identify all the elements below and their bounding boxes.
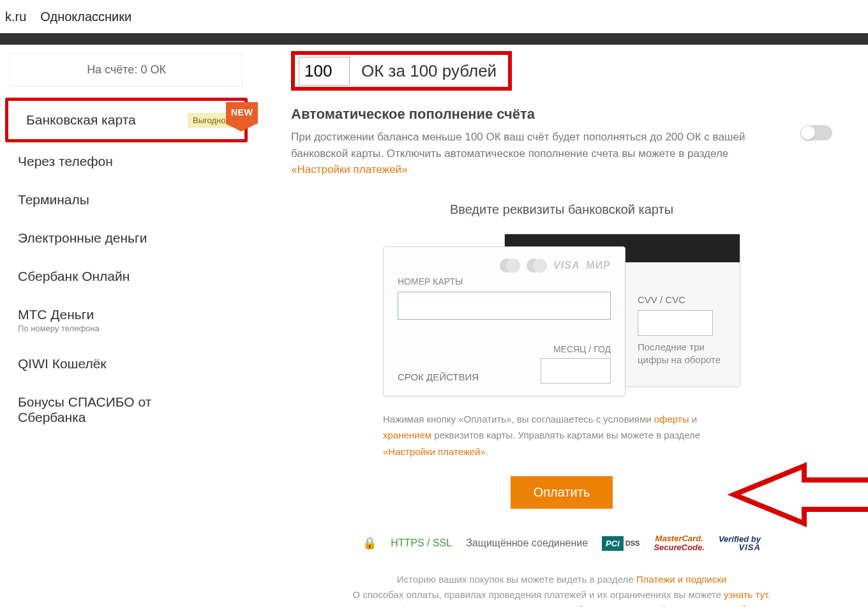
sidebar-item-label: Банковская карта (26, 112, 136, 128)
new-ribbon: NEW (226, 102, 258, 131)
sidebar-item-label: МТС Деньги (18, 307, 94, 322)
agree-t2: и (689, 414, 697, 424)
sidebar-item-bank-card[interactable]: Банковская карта Выгодно! (5, 98, 248, 142)
cards-wrap: CVV / CVC Последние три цифры на обороте (383, 234, 740, 400)
link-payments-subs[interactable]: Платежи и подписки (636, 574, 726, 585)
link-support[interactable]: службу поддержки (719, 604, 801, 607)
pci-text: PCi (602, 536, 624, 551)
expiry-label: СРОК ДЕЙСТВИЯ (398, 370, 479, 384)
https-text: HTTPS / SSL (391, 537, 452, 549)
auto-topup-section: Автоматическое пополнение счёта При дост… (291, 106, 832, 178)
cvv-hint: Последние три цифры на обороте (638, 341, 723, 367)
agree-dot: . (486, 446, 488, 457)
link-storage[interactable]: хранением (383, 430, 431, 440)
pci-dss-badge: PCi DSS (602, 536, 640, 551)
auto-topup-toggle[interactable] (800, 125, 832, 140)
card-number-input[interactable] (398, 292, 611, 320)
auto-topup-title: Автоматическое пополнение счёта (291, 106, 832, 123)
mir-icon: МИР (587, 260, 611, 271)
sidebar-item-label: Через телефон (18, 154, 113, 169)
vbv-bottom: VISA (739, 543, 761, 552)
top-bar: k.ru Одноклассники (0, 0, 868, 33)
link-settings[interactable]: «Настройки платежей» (383, 446, 486, 457)
secure-text: Защищённое соединение (466, 537, 588, 549)
mastercard-icon (506, 259, 520, 273)
sidebar-item-mts[interactable]: МТС Деньги По номеру телефона (0, 296, 253, 345)
footer-l2: О способах оплаты, правилах проведения п… (353, 589, 724, 600)
annotation-arrow-icon (728, 453, 868, 536)
sidebar-item-label: Сбербанк Онлайн (18, 269, 130, 284)
sidebar-item-emoney[interactable]: Электронные деньги (0, 219, 253, 257)
footer-l3: Если заказанная функция не получена в те… (322, 604, 719, 607)
sidebar-item-phone[interactable]: Через телефон (0, 142, 253, 181)
link-learn-here[interactable]: узнать тут (724, 589, 768, 600)
pay-button[interactable]: Оплатить (511, 476, 613, 509)
card-number-label: НОМЕР КАРТЫ (398, 276, 611, 287)
auto-topup-desc: При достижении баланса меньше 100 ОК ваш… (291, 129, 757, 178)
sidebar-item-sberbank-online[interactable]: Сбербанк Онлайн (0, 257, 253, 296)
balance-box: На счёте: 0 ОК (10, 54, 243, 86)
maestro-icon (533, 259, 547, 273)
sidebar-item-label: Электронные деньги (18, 230, 147, 246)
agree-t3: реквизитов карты. Управлять картами вы м… (431, 430, 700, 440)
new-ribbon-label: NEW (226, 102, 258, 124)
pay-row: Оплатить (383, 476, 740, 509)
footer-l2-dot: . (768, 589, 770, 600)
link-offer[interactable]: оферты (654, 414, 689, 424)
msc-bottom: SecureCode. (654, 543, 704, 552)
lock-icon: 🔒 (363, 536, 377, 550)
card-section-title: Введите реквизиты банковской карты (291, 202, 832, 217)
sidebar: На счёте: 0 ОК Банковская карта Выгодно!… (0, 45, 253, 607)
footer-text: Историю ваших покупок вы можете видеть в… (291, 572, 832, 607)
main-content: ОК за 100 рублей NEW Автоматическое попо… (253, 45, 868, 607)
footer-l1: Историю ваших покупок вы можете видеть в… (397, 574, 636, 585)
sidebar-item-terminals[interactable]: Терминалы (0, 181, 253, 219)
nav-bar (0, 33, 868, 45)
mastercard-securecode-badge: MasterCard.SecureCode. (654, 534, 704, 553)
sidebar-item-label: QIWI Кошелёк (18, 356, 107, 371)
visa-icon: VISA (553, 260, 580, 271)
verified-by-visa-badge: Verified byVISA (719, 535, 761, 552)
expiry-head: МЕСЯЦ / ГОД (541, 344, 611, 354)
expiry-input[interactable] (541, 358, 611, 384)
dss-text: DSS (625, 540, 640, 547)
domain-text: k.ru (5, 10, 26, 24)
msc-top: MasterCard. (655, 534, 703, 543)
link-payment-settings[interactable]: «Настройки платежей» (291, 163, 407, 176)
sidebar-item-sub: По номеру телефона (18, 324, 241, 333)
toggle-knob-icon (801, 126, 815, 140)
sidebar-item-label: Терминалы (18, 192, 89, 207)
card-front: VISA МИР НОМЕР КАРТЫ СРОК ДЕЙСТВИЯ МЕСЯЦ… (383, 246, 625, 396)
amount-text: ОК за 100 рублей (350, 61, 508, 81)
sidebar-item-label: Бонусы СПАСИБО от Сбербанка (18, 394, 167, 425)
card-brands: VISA МИР (398, 259, 611, 273)
secure-row: 🔒 HTTPS / SSL Защищённое соединение PCi … (291, 534, 832, 553)
amount-row: ОК за 100 рублей (291, 51, 512, 91)
site-name: Одноклассники (40, 10, 131, 24)
sidebar-item-spasibo[interactable]: Бонусы СПАСИБО от Сбербанка (0, 383, 179, 437)
new-ribbon-tail-icon (226, 124, 257, 131)
sidebar-item-qiwi[interactable]: QIWI Кошелёк (0, 345, 253, 383)
amount-input[interactable] (299, 57, 350, 86)
agree-t1: Нажимая кнопку «Оплатить», вы соглашаете… (383, 414, 654, 424)
cvv-input[interactable] (638, 310, 713, 336)
auto-desc-text: При достижении баланса меньше 100 ОК ваш… (291, 131, 745, 160)
cvv-label: CVV / CVC (638, 294, 723, 305)
agreement-text: Нажимая кнопку «Оплатить», вы соглашаете… (383, 411, 740, 460)
